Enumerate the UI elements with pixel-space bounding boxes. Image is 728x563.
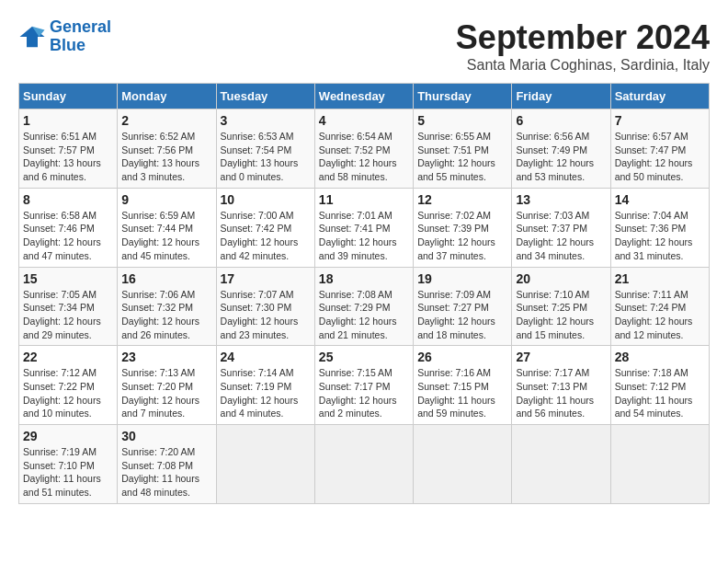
calendar-header: SundayMondayTuesdayWednesdayThursdayFrid…: [19, 84, 710, 109]
logo-line2: Blue: [50, 36, 85, 54]
calendar-cell: 6Sunrise: 6:56 AMSunset: 7:49 PMDaylight…: [512, 109, 610, 189]
day-number: 20: [516, 271, 606, 286]
week-row-5: 29Sunrise: 7:19 AMSunset: 7:10 PMDayligh…: [19, 425, 710, 504]
calendar-cell: [414, 425, 512, 504]
title-block: September 2024 Santa Maria Coghinas, Sar…: [456, 18, 710, 74]
day-number: 16: [121, 271, 211, 286]
logo-line1: General: [50, 17, 111, 36]
day-info: Sunrise: 7:17 AMSunset: 7:13 PMDaylight:…: [516, 366, 606, 420]
header: General Blue September 2024 Santa Maria …: [18, 18, 710, 74]
calendar-cell: 24Sunrise: 7:14 AMSunset: 7:19 PMDayligh…: [216, 346, 314, 425]
day-info: Sunrise: 7:01 AMSunset: 7:41 PMDaylight:…: [319, 209, 409, 263]
day-info: Sunrise: 7:07 AMSunset: 7:30 PMDaylight:…: [221, 288, 311, 342]
day-info: Sunrise: 6:53 AMSunset: 7:54 PMDaylight:…: [221, 130, 311, 184]
day-number: 19: [417, 271, 507, 286]
day-info: Sunrise: 7:19 AMSunset: 7:10 PMDaylight:…: [23, 445, 113, 500]
calendar-cell: 15Sunrise: 7:05 AMSunset: 7:34 PMDayligh…: [19, 267, 118, 346]
day-number: 25: [319, 350, 409, 364]
calendar-cell: 2Sunrise: 6:52 AMSunset: 7:56 PMDaylight…: [118, 109, 216, 189]
calendar-title: September 2024: [456, 18, 710, 57]
day-number: 1: [23, 113, 113, 128]
header-day-friday: Friday: [512, 84, 610, 109]
week-row-1: 1Sunrise: 6:51 AMSunset: 7:57 PMDaylight…: [19, 109, 710, 189]
calendar-cell: [216, 425, 314, 504]
calendar-cell: 21Sunrise: 7:11 AMSunset: 7:24 PMDayligh…: [610, 267, 709, 346]
day-number: 27: [516, 350, 606, 364]
day-number: 26: [417, 350, 507, 364]
header-day-saturday: Saturday: [610, 84, 709, 109]
calendar-cell: 9Sunrise: 6:59 AMSunset: 7:44 PMDaylight…: [118, 188, 216, 267]
calendar-cell: 28Sunrise: 7:18 AMSunset: 7:12 PMDayligh…: [610, 346, 709, 425]
day-info: Sunrise: 7:05 AMSunset: 7:34 PMDaylight:…: [23, 288, 113, 342]
day-info: Sunrise: 7:11 AMSunset: 7:24 PMDaylight:…: [615, 288, 705, 342]
day-info: Sunrise: 7:12 AMSunset: 7:22 PMDaylight:…: [23, 366, 113, 420]
calendar-cell: 16Sunrise: 7:06 AMSunset: 7:32 PMDayligh…: [118, 267, 216, 346]
calendar-cell: 26Sunrise: 7:16 AMSunset: 7:15 PMDayligh…: [414, 346, 512, 425]
logo-icon: [18, 23, 46, 51]
header-day-wednesday: Wednesday: [314, 84, 413, 109]
day-number: 24: [221, 350, 311, 364]
calendar-cell: 10Sunrise: 7:00 AMSunset: 7:42 PMDayligh…: [216, 188, 314, 267]
day-info: Sunrise: 6:56 AMSunset: 7:49 PMDaylight:…: [516, 130, 606, 184]
day-number: 10: [221, 192, 311, 207]
calendar-subtitle: Santa Maria Coghinas, Sardinia, Italy: [456, 57, 710, 74]
calendar-cell: [314, 425, 413, 504]
day-number: 30: [121, 429, 211, 443]
header-day-thursday: Thursday: [414, 84, 512, 109]
day-number: 23: [121, 350, 211, 364]
calendar-cell: 7Sunrise: 6:57 AMSunset: 7:47 PMDaylight…: [610, 109, 709, 189]
calendar-cell: 30Sunrise: 7:20 AMSunset: 7:08 PMDayligh…: [118, 425, 216, 504]
calendar-cell: 18Sunrise: 7:08 AMSunset: 7:29 PMDayligh…: [314, 267, 413, 346]
day-info: Sunrise: 7:14 AMSunset: 7:19 PMDaylight:…: [221, 366, 311, 420]
calendar-cell: 14Sunrise: 7:04 AMSunset: 7:36 PMDayligh…: [610, 188, 709, 267]
day-info: Sunrise: 7:18 AMSunset: 7:12 PMDaylight:…: [615, 366, 705, 420]
calendar-cell: 27Sunrise: 7:17 AMSunset: 7:13 PMDayligh…: [512, 346, 610, 425]
day-number: 9: [121, 192, 211, 207]
day-info: Sunrise: 7:10 AMSunset: 7:25 PMDaylight:…: [516, 288, 606, 342]
day-info: Sunrise: 7:08 AMSunset: 7:29 PMDaylight:…: [319, 288, 409, 342]
calendar-cell: 13Sunrise: 7:03 AMSunset: 7:37 PMDayligh…: [512, 188, 610, 267]
day-number: 12: [417, 192, 507, 207]
day-info: Sunrise: 6:59 AMSunset: 7:44 PMDaylight:…: [121, 209, 211, 263]
calendar-cell: 22Sunrise: 7:12 AMSunset: 7:22 PMDayligh…: [19, 346, 118, 425]
day-info: Sunrise: 6:57 AMSunset: 7:47 PMDaylight:…: [615, 130, 705, 184]
day-info: Sunrise: 7:04 AMSunset: 7:36 PMDaylight:…: [615, 209, 705, 263]
day-info: Sunrise: 7:06 AMSunset: 7:32 PMDaylight:…: [121, 288, 211, 342]
day-number: 13: [516, 192, 606, 207]
day-info: Sunrise: 6:54 AMSunset: 7:52 PMDaylight:…: [319, 130, 409, 184]
day-number: 2: [121, 113, 211, 128]
day-number: 17: [221, 271, 311, 286]
logo: General Blue: [18, 18, 111, 55]
calendar-cell: 19Sunrise: 7:09 AMSunset: 7:27 PMDayligh…: [414, 267, 512, 346]
day-number: 8: [23, 192, 113, 207]
calendar-cell: 29Sunrise: 7:19 AMSunset: 7:10 PMDayligh…: [19, 425, 118, 504]
day-number: 18: [319, 271, 409, 286]
day-info: Sunrise: 6:51 AMSunset: 7:57 PMDaylight:…: [23, 130, 113, 184]
day-info: Sunrise: 6:58 AMSunset: 7:46 PMDaylight:…: [23, 209, 113, 263]
week-row-2: 8Sunrise: 6:58 AMSunset: 7:46 PMDaylight…: [19, 188, 710, 267]
calendar-cell: [512, 425, 610, 504]
calendar-cell: 20Sunrise: 7:10 AMSunset: 7:25 PMDayligh…: [512, 267, 610, 346]
day-number: 14: [615, 192, 705, 207]
day-number: 11: [319, 192, 409, 207]
week-row-3: 15Sunrise: 7:05 AMSunset: 7:34 PMDayligh…: [19, 267, 710, 346]
calendar-cell: 25Sunrise: 7:15 AMSunset: 7:17 PMDayligh…: [314, 346, 413, 425]
day-info: Sunrise: 7:02 AMSunset: 7:39 PMDaylight:…: [417, 209, 507, 263]
calendar-cell: 1Sunrise: 6:51 AMSunset: 7:57 PMDaylight…: [19, 109, 118, 189]
header-row: SundayMondayTuesdayWednesdayThursdayFrid…: [19, 84, 710, 109]
day-number: 15: [23, 271, 113, 286]
calendar-cell: 3Sunrise: 6:53 AMSunset: 7:54 PMDaylight…: [216, 109, 314, 189]
header-day-sunday: Sunday: [19, 84, 118, 109]
day-info: Sunrise: 7:16 AMSunset: 7:15 PMDaylight:…: [417, 366, 507, 420]
calendar-cell: 12Sunrise: 7:02 AMSunset: 7:39 PMDayligh…: [414, 188, 512, 267]
calendar-cell: 11Sunrise: 7:01 AMSunset: 7:41 PMDayligh…: [314, 188, 413, 267]
day-number: 28: [615, 350, 705, 364]
day-info: Sunrise: 7:15 AMSunset: 7:17 PMDaylight:…: [319, 366, 409, 420]
day-info: Sunrise: 7:03 AMSunset: 7:37 PMDaylight:…: [516, 209, 606, 263]
calendar-cell: 8Sunrise: 6:58 AMSunset: 7:46 PMDaylight…: [19, 188, 118, 267]
day-info: Sunrise: 6:55 AMSunset: 7:51 PMDaylight:…: [417, 130, 507, 184]
calendar-cell: 5Sunrise: 6:55 AMSunset: 7:51 PMDaylight…: [414, 109, 512, 189]
day-number: 21: [615, 271, 705, 286]
day-number: 4: [319, 113, 409, 128]
header-day-monday: Monday: [118, 84, 216, 109]
